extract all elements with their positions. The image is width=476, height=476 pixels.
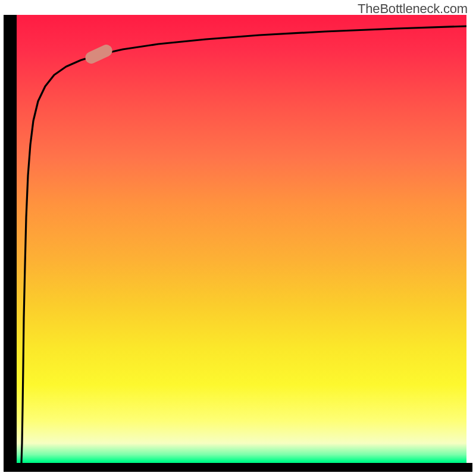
y-axis <box>4 15 8 472</box>
x-axis <box>4 466 472 472</box>
bottleneck-curve <box>4 15 466 466</box>
chart-container <box>4 15 472 472</box>
y-axis-ticks-mask <box>8 15 17 466</box>
plot-area <box>4 15 466 466</box>
